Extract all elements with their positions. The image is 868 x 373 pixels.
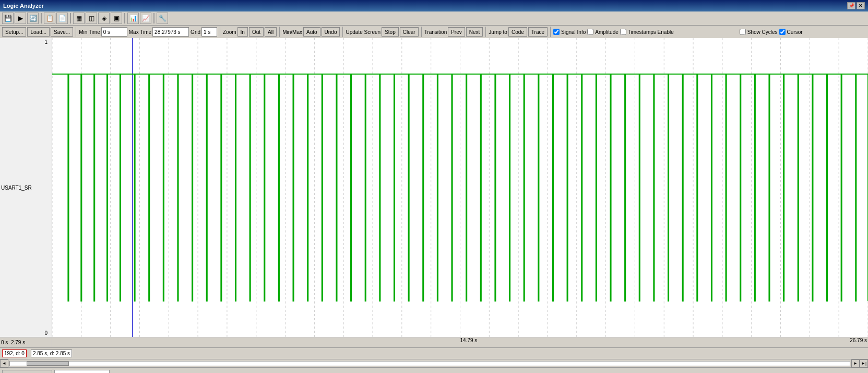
transition-prev-button[interactable]: Prev xyxy=(448,27,465,37)
scrollbar-track[interactable] xyxy=(9,361,850,366)
max-time-group: Max Time 28.27973 s xyxy=(129,27,189,37)
min-time-group: Min Time 0 s xyxy=(79,27,127,37)
setup-load-save-group: Setup... Load... Save... xyxy=(2,27,73,37)
update-clear-button[interactable]: Clear xyxy=(400,27,419,37)
toolbar-icon-1[interactable]: 💾 xyxy=(2,13,14,24)
grid-group: Grid 1 s xyxy=(191,27,217,37)
tb-sep-1 xyxy=(76,27,76,37)
minmax-undo-button[interactable]: Undo xyxy=(322,27,340,37)
signal-info-group: Signal Info xyxy=(553,29,586,35)
jump-code-button[interactable]: Code xyxy=(508,27,527,37)
toolbar-icon-2[interactable]: ▶ xyxy=(15,13,26,24)
toolbar-icon-9[interactable]: ▣ xyxy=(111,13,122,24)
main-content: 1 USART1_SR 0 xyxy=(0,38,868,337)
zoom-in-button[interactable]: In xyxy=(237,27,248,37)
top-toolbar: 💾 ▶ 🔄 📋 📄 ▦ ◫ ◈ ▣ 📊 📈 🔧 xyxy=(0,11,868,26)
min-time-label: Min Time xyxy=(79,29,100,35)
time-markers: 0 s 2.79 s 14.79 s 26.79 s xyxy=(0,337,868,347)
toolbar-icon-7[interactable]: ◫ xyxy=(86,13,97,24)
title-bar: Logic Analyzer 📌 ✕ xyxy=(0,0,868,11)
amplitude-label: Amplitude xyxy=(595,29,618,35)
signal-info-checkbox[interactable] xyxy=(553,29,560,35)
setup-button[interactable]: Setup... xyxy=(2,27,26,37)
second-toolbar: Setup... Load... Save... Min Time 0 s Ma… xyxy=(0,26,868,38)
scrollbar-thumb[interactable] xyxy=(27,362,68,366)
tb-sep-2 xyxy=(220,27,220,37)
zoom-label: Zoom xyxy=(223,29,236,35)
scroll-right-1-button[interactable]: ► xyxy=(851,359,860,368)
minmax-label: Min/Max xyxy=(282,29,302,35)
save-button[interactable]: Save... xyxy=(51,27,73,37)
toolbar-icon-8[interactable]: ◈ xyxy=(98,13,110,24)
signal-info-label: Signal Info xyxy=(561,29,586,35)
toolbar-separator-1 xyxy=(41,13,42,24)
toolbar-icon-12[interactable]: 🔧 xyxy=(157,13,168,24)
update-screen-label: Update Screen xyxy=(346,29,381,35)
signal-name: USART1_SR xyxy=(1,185,32,191)
time-labels-main: 14.79 s 26.79 s xyxy=(52,337,868,347)
toolbar-icon-10[interactable]: 📊 xyxy=(127,13,139,24)
amplitude-group: Amplitude xyxy=(587,29,618,35)
waveform-area[interactable] xyxy=(52,38,868,337)
close-button[interactable]: ✕ xyxy=(857,2,865,9)
scroll-left-button[interactable]: ◄ xyxy=(0,359,8,368)
waveform-svg xyxy=(52,38,868,337)
transition-label: Transition xyxy=(424,29,447,35)
show-cycles-label: Show Cycles xyxy=(747,29,778,35)
timestamps-checkbox[interactable] xyxy=(620,29,626,35)
toolbar-icon-4[interactable]: 📋 xyxy=(44,13,55,24)
toolbar-separator-3 xyxy=(124,13,125,24)
jump-to-group: Jump to Code Trace xyxy=(489,27,548,37)
time-mid-label: 14.79 s xyxy=(460,337,478,343)
amplitude-checkbox[interactable] xyxy=(587,29,593,35)
cursor-info: 192, d: 0 2.85 s, d: 2.85 s xyxy=(0,347,868,359)
scroll-right-2-button[interactable]: ►| xyxy=(860,359,868,368)
scrollbar-area[interactable]: ◄ ► ►| xyxy=(0,359,868,367)
zoom-all-button[interactable]: All xyxy=(265,27,277,37)
cursor-group: Cursor xyxy=(779,29,803,35)
tb-sep-5 xyxy=(421,27,422,37)
update-screen-group: Update Screen Stop Clear xyxy=(346,27,418,37)
toolbar-icon-6[interactable]: ▦ xyxy=(73,13,85,24)
timestamps-group: Timestamps Enable xyxy=(620,29,674,35)
tb-sep-3 xyxy=(279,27,280,37)
show-cycles-checkbox[interactable] xyxy=(740,29,746,35)
toolbar-icon-5[interactable]: 📄 xyxy=(56,13,68,24)
grid-label: Grid xyxy=(191,29,200,35)
tb-sep-4 xyxy=(342,27,343,37)
jump-to-label: Jump to xyxy=(489,29,507,35)
bottom-tabs-bar: Disassembly Logic Analyzer xyxy=(0,367,868,373)
time-label-left: 0 s 2.79 s xyxy=(0,337,52,347)
time-right-label: 26.79 s xyxy=(850,337,867,343)
minmax-auto-button[interactable]: Auto xyxy=(303,27,320,37)
pin-button[interactable]: 📌 xyxy=(847,2,855,9)
transition-group: Transition Prev Next xyxy=(424,27,483,37)
min-time-value: 0 s xyxy=(101,27,127,37)
update-stop-button[interactable]: Stop xyxy=(382,27,399,37)
cursor-label: Cursor xyxy=(787,29,803,35)
minmax-group: Min/Max Auto Undo xyxy=(282,27,340,37)
timestamps-label: Timestamps Enable xyxy=(628,29,674,35)
zoom-out-button[interactable]: Out xyxy=(249,27,264,37)
scale-bottom: 0 xyxy=(44,330,50,336)
grid-value: 1 s xyxy=(201,27,217,37)
tb-sep-7 xyxy=(550,27,551,37)
toolbar-icon-11[interactable]: 📈 xyxy=(140,13,151,24)
time-left-value: 0 s xyxy=(1,340,8,345)
tab-logic-analyzer[interactable]: Logic Analyzer xyxy=(54,370,110,374)
toolbar-separator-4 xyxy=(153,13,154,24)
transition-next-button[interactable]: Next xyxy=(466,27,483,37)
toolbar-separator-2 xyxy=(70,13,71,24)
toolbar-icon-3[interactable]: 🔄 xyxy=(27,13,39,24)
window-title: Logic Analyzer xyxy=(3,3,44,9)
tab-disassembly[interactable]: Disassembly xyxy=(2,370,52,374)
jump-trace-button[interactable]: Trace xyxy=(528,27,548,37)
title-bar-buttons: 📌 ✕ xyxy=(847,2,865,9)
signal-panel: 1 USART1_SR 0 xyxy=(0,38,52,337)
time-cursor-value: 2.79 s xyxy=(11,340,25,345)
load-button[interactable]: Load... xyxy=(27,27,50,37)
cursor-value-2: 2.85 s, d: 2.85 s xyxy=(31,349,72,357)
cursor-checkbox[interactable] xyxy=(779,29,786,35)
tb-sep-6 xyxy=(485,27,486,37)
cursor-value-1: 192, d: 0 xyxy=(2,349,27,357)
